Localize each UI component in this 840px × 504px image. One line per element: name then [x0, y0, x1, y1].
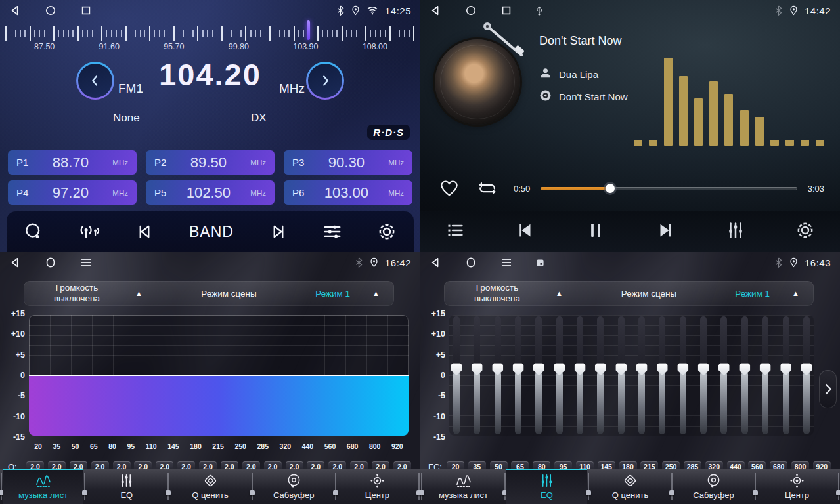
eq-band-slider[interactable]: [596, 315, 604, 436]
progress-slider[interactable]: [541, 187, 797, 190]
music-player-screen: 14:42 Don't Start Now Dua Lipa Don't Sta…: [420, 0, 840, 252]
eq-band-slider[interactable]: [453, 315, 460, 436]
screenshot-icon[interactable]: [536, 259, 544, 267]
scene-expand-icon[interactable]: ▲: [372, 289, 380, 297]
eq-band-slider[interactable]: [535, 315, 542, 436]
location-icon: [370, 257, 378, 268]
tab-center[interactable]: Центр: [757, 469, 837, 504]
track-title: Don't Start Now: [539, 34, 621, 48]
dx-indicator[interactable]: DX: [251, 112, 267, 125]
tuning-scale[interactable]: [5, 22, 415, 42]
home-icon[interactable]: [45, 257, 56, 268]
settings-gear-icon[interactable]: [795, 220, 815, 243]
equalizer-icon[interactable]: [322, 222, 342, 242]
eq-band-slider[interactable]: [617, 315, 625, 436]
eq-band-slider[interactable]: [741, 315, 749, 436]
broadcast-icon[interactable]: [78, 222, 100, 242]
eq-band-slider[interactable]: [556, 315, 564, 436]
previous-station-icon[interactable]: [135, 222, 154, 242]
repeat-icon[interactable]: [477, 180, 498, 197]
tab-eq[interactable]: EQ: [86, 469, 167, 504]
home-icon[interactable]: [45, 5, 56, 16]
back-icon[interactable]: [430, 5, 441, 16]
slider-thumb[interactable]: [677, 363, 688, 375]
slider-thumb[interactable]: [739, 363, 750, 375]
volume-status[interactable]: Громкость выключена: [458, 283, 536, 304]
menu-icon[interactable]: [500, 258, 512, 267]
slider-thumb[interactable]: [615, 363, 627, 375]
eq-band-slider[interactable]: [638, 315, 646, 436]
tab-eq[interactable]: EQ: [506, 469, 587, 504]
eq-band-slider[interactable]: [699, 315, 707, 436]
scale-label: 91.60: [99, 42, 120, 51]
seek-up-button[interactable]: [306, 62, 344, 100]
audio-faders-icon[interactable]: [726, 220, 745, 243]
slider-thumb[interactable]: [492, 363, 503, 375]
home-icon[interactable]: [465, 257, 477, 268]
slider-thumb[interactable]: [801, 363, 812, 375]
tab-q-value[interactable]: Q ценить: [590, 469, 671, 504]
recents-icon[interactable]: [80, 5, 92, 16]
preset-button[interactable]: P3 90.30 MHz: [284, 150, 412, 175]
artist-name: Dua Lipa: [559, 69, 598, 80]
next-track-icon[interactable]: [655, 220, 676, 243]
eq-curve-graph: +15+10+50-5-10-15 2035506580951101451802…: [7, 314, 411, 455]
scene-mode-value[interactable]: Режим 1: [735, 289, 770, 299]
back-icon[interactable]: [9, 257, 21, 268]
slider-fill: [453, 371, 460, 434]
volume-expand-icon[interactable]: ▲: [135, 289, 143, 297]
eq-band-slider[interactable]: [720, 315, 728, 436]
favorite-heart-icon[interactable]: [440, 180, 458, 197]
settings-gear-icon[interactable]: [377, 222, 397, 242]
slider-thumb[interactable]: [780, 363, 791, 375]
volume-status[interactable]: Громкость выключена: [38, 283, 116, 304]
slider-thumb[interactable]: [554, 363, 565, 375]
scene-mode-value[interactable]: Режим 1: [315, 289, 350, 299]
preset-unit: MHz: [388, 189, 404, 197]
tab-center[interactable]: Центр: [337, 469, 418, 504]
eq-band-slider[interactable]: [658, 315, 666, 436]
tab-music-list[interactable]: музыка лист: [423, 469, 504, 504]
location-icon: [351, 5, 360, 16]
previous-track-icon[interactable]: [515, 220, 536, 243]
preset-button[interactable]: P5 102.50 MHz: [146, 180, 275, 205]
tab-label: Q ценить: [192, 490, 228, 500]
preset-button[interactable]: P6 103.00 MHz: [284, 180, 412, 205]
scan-icon[interactable]: [24, 222, 43, 242]
preset-button[interactable]: P2 89.50 MHz: [146, 150, 275, 175]
menu-icon[interactable]: [80, 258, 92, 267]
tab-label: Сабвуфер: [693, 490, 734, 500]
next-station-icon[interactable]: [269, 222, 288, 242]
tab-subwoofer[interactable]: Сабвуфер: [254, 469, 334, 504]
preset-unit: MHz: [388, 159, 404, 167]
eq-band-slider[interactable]: [782, 315, 790, 436]
album-disc-icon: [539, 89, 552, 104]
visualizer-bar: [664, 58, 673, 146]
tab-q-value[interactable]: Q ценить: [169, 469, 250, 504]
back-icon[interactable]: [430, 257, 441, 268]
eq-band-slider[interactable]: [803, 315, 810, 436]
eq-band-slider[interactable]: [761, 315, 769, 436]
back-icon[interactable]: [9, 5, 21, 16]
progress-thumb[interactable]: [606, 184, 615, 193]
eq-band-slider[interactable]: [494, 315, 502, 436]
preset-frequency: 90.30: [304, 154, 388, 171]
eq-band-slider[interactable]: [679, 315, 687, 436]
band-button[interactable]: BAND: [189, 223, 234, 241]
eq-plot-area[interactable]: [29, 315, 409, 436]
eq-band-slider[interactable]: [514, 315, 522, 436]
preset-button[interactable]: P4 97.20 MHz: [8, 180, 137, 205]
next-page-button[interactable]: [819, 370, 837, 408]
preset-button[interactable]: P1 88.70 MHz: [8, 150, 137, 175]
playlist-icon[interactable]: [445, 221, 465, 242]
scene-expand-icon[interactable]: ▲: [792, 289, 799, 297]
eq-band-slider[interactable]: [473, 315, 481, 436]
tab-subwoofer[interactable]: Сабвуфер: [673, 469, 754, 504]
pause-icon[interactable]: [586, 220, 606, 243]
home-icon[interactable]: [465, 5, 477, 16]
eq-band-slider[interactable]: [576, 315, 584, 436]
volume-expand-icon[interactable]: ▲: [556, 289, 563, 297]
tab-music-list[interactable]: музыка лист: [3, 469, 83, 504]
tab-label: Центр: [785, 490, 809, 500]
recents-icon[interactable]: [500, 5, 512, 16]
